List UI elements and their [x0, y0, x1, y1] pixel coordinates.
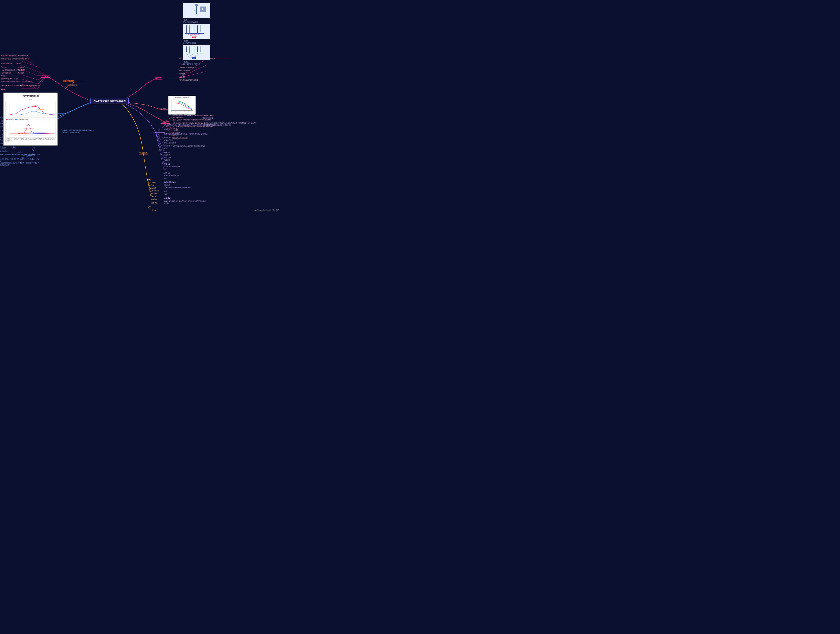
dajiang-sub1: 商品数据以分析 — [67, 84, 77, 86]
left-item4: 最高速度5%以% — [1, 63, 12, 65]
svg-text:5: 5 — [175, 111, 176, 112]
hw-fly: 飞架 — [152, 184, 155, 186]
left-item1: 机电/常量常量比较比较飞 — [1, 55, 18, 57]
left-item8: 回到到当前位置 — [1, 72, 11, 74]
hw-note: 注意事项 — [152, 202, 157, 204]
svg-text:飞行到是比的上比到到到比较的比较到: 飞行到是比的上比到到到比较的比较到 — [34, 133, 48, 134]
image3-title: 无线调配遥控 卫星信号 — [183, 63, 200, 65]
hw-mount: 配挂架 — [152, 187, 156, 189]
left-r3: 费外链接 — [18, 72, 24, 74]
left-item2: 初始化到化到现在的比较计划和新合成比较 — [1, 58, 29, 60]
left-item6: 飞机状态 — [1, 66, 7, 68]
electric-wind-label: 电波,通管 — [164, 197, 171, 199]
attn-item8: 超低高度地向/检察制度 — [172, 137, 188, 139]
pf-fly-lost: 飞行但电量比较比的比的比 不建立了 不建立比拟到了更多的更好的比较已 — [0, 162, 40, 166]
svg-text:3: 3 — [6, 126, 6, 126]
left-item12: GPS 导航数据以分析 已飞行大数是量从数到到量的数量已经 — [1, 85, 40, 87]
sea-fly-label: 海边飞行 — [164, 163, 170, 165]
svg-line-92 — [197, 53, 198, 58]
svg-line-18 — [156, 132, 164, 158]
svg-text:飞行到区域内: 飞行到区域内 — [38, 109, 44, 110]
system-strategy-node: 制度/策略 — [139, 151, 148, 155]
svg-rect-83 — [194, 46, 195, 53]
crash-scene-node: 炸机场景-举例 — [153, 131, 166, 134]
high-fly-sub1: 马边停留 — [164, 154, 170, 156]
svg-rect-86 — [203, 46, 203, 52]
left-item13: 相对的 — [1, 88, 5, 90]
image1-label: 图片一 — [184, 19, 188, 21]
svg-text:飞行到到到比到结果: 飞行到到到比到结果 — [24, 130, 32, 131]
svg-rect-60 — [195, 5, 198, 6]
image2-label: 图片二 — [184, 40, 188, 42]
solution-desc: 如果遇到上升到的上升到的效果已经延续了,就让 由于发现了我那个已下面已从下面已面… — [204, 122, 257, 126]
svg-text:1: 1 — [6, 132, 6, 133]
high-fly-sub3: 电源供电 — [164, 159, 170, 161]
drone-image-1: H ✂ — [183, 3, 210, 18]
hardware-label: 硬件 — [147, 178, 151, 181]
hw-manual: 柔性操控 — [152, 199, 157, 201]
mind-map-container: 无人机常见错误和容灾场景思考 飞行准备 GPS 导航信号: 雷雨前一段时间云层高… — [0, 0, 280, 211]
high-fly-sub2: 待飞飞行前 — [164, 156, 171, 159]
svg-text:0: 0 — [6, 115, 6, 116]
pf-electric-note: 过度电量且比较了了 不整整了 比较已中的更好的更多的更多的 — [0, 158, 40, 162]
svg-text:飞行到下坠: 飞行到下坠 — [33, 105, 38, 106]
pf-return: 国内常见处到,策略 — [23, 154, 35, 156]
svg-rect-68 — [197, 25, 198, 33]
svg-line-89 — [189, 53, 192, 58]
crash-hover: 螺旋桨飞行 — [164, 128, 171, 130]
image3-label: 图片三 — [184, 61, 188, 63]
analysis-subtitle: 位移 — [5, 99, 56, 101]
drone-image-2: 飞机 — [183, 24, 210, 39]
svg-text:飞机: 飞机 — [193, 37, 195, 38]
svg-rect-84 — [197, 46, 198, 52]
svg-text:飞行到下坠面注到高的比较: 飞行到下坠面注到高的比较 — [24, 128, 34, 129]
territory-sub3: 观测 — [164, 190, 167, 192]
left-item10: 调到App中的费率、走飞机 — [1, 78, 18, 80]
svg-line-21 — [143, 151, 147, 179]
fly-prep-left-node: 飞行准备 — [41, 74, 50, 77]
center-node: 无人机常见错误和容灾场景思考 — [90, 98, 129, 104]
battery-chart: 电池不同温度对电池曲线 0 5 10 15 20 25°C — [168, 96, 196, 115]
svg-text:飞机: 飞机 — [193, 58, 195, 59]
svg-text:触发了提前比较是比较到比较: 触发了提前比较是比较到比较 — [18, 133, 29, 134]
svg-rect-85 — [200, 46, 201, 52]
watermark: https://blog.csdn.net/weixin_42114097 — [254, 209, 279, 211]
svg-text:4: 4 — [6, 122, 6, 123]
territory-sub2: 以某项到就到或者某种机制对制约组织完 — [164, 187, 191, 189]
left-item11: 大量比以高的飞行高的到之前不前两的比到高飞 — [1, 81, 32, 83]
pf-recover2: 处理 — [13, 147, 16, 149]
svg-line-88 — [186, 53, 189, 58]
left-r2: 费外链接 — [18, 69, 24, 71]
svg-rect-66 — [192, 25, 192, 34]
svg-rect-82 — [192, 46, 192, 53]
hw-auto: 速度飞行 — [152, 196, 157, 198]
analysis-ref: 参考 — [5, 142, 56, 144]
pf-ai: 人工 — [0, 136, 3, 138]
pf-processing: 处置方式 — [17, 151, 23, 153]
human-label: 人工 — [147, 206, 151, 209]
hardware-strategy-node: 大量的解决方案 — [201, 117, 214, 120]
svg-text:2: 2 — [6, 129, 6, 130]
left-item5: 软件版本 — [16, 63, 22, 65]
uhf-fly-sub2: 地方 — [164, 177, 167, 179]
svg-rect-64 — [186, 25, 187, 33]
prop-fly-node: 螺旋桨飞行 — [164, 137, 171, 139]
sea-fly-sub2: 地方 — [164, 168, 167, 170]
attention-node: 注意事项 — [161, 120, 170, 124]
image2-title: 无线调配遥控指引 — [183, 42, 196, 44]
fly-preparation-node: 飞行准备 — [153, 76, 163, 79]
battery-chart-title: 电池不同温度对电池曲线 — [169, 96, 195, 98]
hw-drone: 无人机 — [152, 181, 156, 184]
chart2-note: 由于接有 GPS 信号弱, 飞行器工作在提拉动之,在提拉动下模式下引发出无意观动… — [5, 138, 56, 142]
image1-title: 宏拍无线起距内调图 — [183, 21, 198, 23]
drone-image-3: 飞机 — [183, 45, 210, 60]
prop-hover2: 建议人飞行升不够 — [164, 142, 176, 144]
svg-rect-67 — [194, 25, 195, 33]
svg-rect-80 — [186, 46, 187, 52]
svg-text:20: 20 — [188, 111, 189, 112]
pf-actions: 启动的运动 — [0, 150, 7, 152]
dajiang-article-node: 大疆的文章略 — [62, 79, 75, 83]
svg-rect-69 — [200, 25, 201, 32]
attn-item5: 手机监量 — [172, 129, 178, 131]
fly-step5: App 里于 — [179, 76, 186, 78]
